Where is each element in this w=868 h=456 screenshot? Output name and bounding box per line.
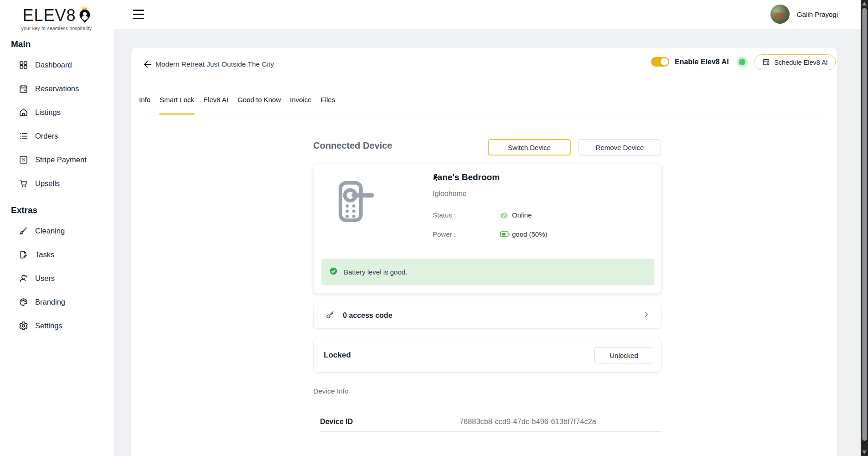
brand-pin-icon <box>78 5 92 26</box>
device-card: Jane's Bedroom Igloohome Status : Online… <box>313 164 661 294</box>
hamburger-menu-icon[interactable] <box>133 10 144 19</box>
user-name: Galih Prayogi <box>797 10 838 18</box>
calendar-icon <box>18 83 28 93</box>
cloud-online-icon <box>500 211 512 219</box>
scrollbar-down-arrow[interactable] <box>862 451 867 454</box>
scrollbar-thumb[interactable] <box>862 8 867 441</box>
avatar <box>770 5 790 24</box>
check-circle-icon <box>330 267 337 277</box>
sidebar-item-cleaning[interactable]: Cleaning <box>0 219 114 243</box>
svg-text:S: S <box>21 157 25 162</box>
access-code-row[interactable]: 0 access code <box>313 302 661 329</box>
ai-status-dot <box>739 59 745 65</box>
smart-lock-icon <box>334 181 377 224</box>
topbar: Galih Prayogi <box>114 0 861 29</box>
unlock-button[interactable]: Unlocked <box>594 347 653 363</box>
page-scrollbar[interactable] <box>861 0 868 456</box>
dashboard-icon <box>18 60 28 70</box>
sidebar-item-settings[interactable]: Settings <box>0 314 114 337</box>
sidebar-item-label: Dashboard <box>35 61 72 69</box>
key-icon <box>326 310 335 321</box>
brand-name: ELEV8 <box>22 6 76 25</box>
sidebar-item-orders[interactable]: Orders <box>0 124 114 148</box>
connected-device-title: Connected Device <box>313 140 392 151</box>
calendar-icon <box>762 58 770 67</box>
sidebar: ELEV8 your key to seamless hospitality. … <box>0 0 114 456</box>
tab-files[interactable]: Files <box>320 95 336 105</box>
sidebar-item-label: Tasks <box>35 250 54 259</box>
cart-icon <box>18 178 28 188</box>
switch-device-button[interactable]: Switch Device <box>488 139 571 155</box>
user-plus-icon <box>18 273 28 283</box>
battery-icon <box>500 231 512 237</box>
listing-tabs: Info Smart Lock Elev8 AI Good to Know In… <box>139 95 336 105</box>
power-label: Power : <box>433 230 500 238</box>
tab-info[interactable]: Info <box>139 95 151 105</box>
user-menu[interactable]: Galih Prayogi <box>770 5 838 24</box>
stripe-icon: S <box>18 155 28 165</box>
remove-device-button[interactable]: Remove Device <box>579 139 661 155</box>
sidebar-item-label: Reservations <box>35 84 79 93</box>
enable-elev8-ai-label: Enable Elev8 AI <box>675 58 729 66</box>
sidebar-item-upsells[interactable]: Upsells <box>0 171 114 195</box>
sidebar-item-users[interactable]: Users <box>0 266 114 290</box>
sidebar-item-branding[interactable]: Branding <box>0 290 114 314</box>
sidebar-item-stripe-payment[interactable]: S Stripe Payment <box>0 148 114 171</box>
sidebar-item-label: Upsells <box>35 179 60 188</box>
page-title: Modern Retreat Just Outside The City <box>155 60 274 68</box>
sidebar-item-label: Listings <box>35 108 61 117</box>
palette-icon <box>18 297 28 307</box>
lock-state-label: Locked <box>324 351 594 360</box>
power-value: good (50%) <box>512 230 548 238</box>
listing-detail-card: Modern Retreat Just Outside The City Ena… <box>131 48 837 456</box>
sidebar-item-dashboard[interactable]: Dashboard <box>0 53 114 77</box>
back-button[interactable] <box>141 58 154 71</box>
sidebar-item-label: Users <box>35 274 55 283</box>
enable-elev8-ai-toggle[interactable] <box>651 57 669 67</box>
battery-alert: Battery level is good. <box>321 259 654 285</box>
chevron-right-icon <box>642 311 650 321</box>
access-code-label: 0 access code <box>343 311 634 320</box>
sidebar-item-label: Branding <box>35 298 65 306</box>
sidebar-item-reservations[interactable]: Reservations <box>0 77 114 100</box>
tab-smart-lock[interactable]: Smart Lock <box>159 95 195 105</box>
sidebar-item-listings[interactable]: Listings <box>0 100 114 124</box>
tab-invoice[interactable]: Invoice <box>289 95 312 105</box>
sidebar-item-label: Stripe Payment <box>35 155 87 164</box>
sidebar-section-main: Main <box>11 39 114 49</box>
device-id-label: Device ID <box>320 418 460 426</box>
sidebar-item-tasks[interactable]: Tasks <box>0 243 114 266</box>
sidebar-section-extras: Extras <box>11 205 114 215</box>
battery-alert-text: Battery level is good. <box>344 268 407 276</box>
gear-icon <box>18 321 28 331</box>
home-icon <box>18 107 28 117</box>
sidebar-item-label: Cleaning <box>35 227 65 235</box>
device-brand: Igloohome <box>433 190 467 198</box>
broom-icon <box>18 226 28 236</box>
tab-elev8-ai[interactable]: Elev8 AI <box>203 95 229 105</box>
scrollbar-up-arrow[interactable] <box>862 2 867 5</box>
device-name: Jane's Bedroom <box>433 172 500 182</box>
task-icon <box>18 249 28 259</box>
brand-tagline: your key to seamless hospitality. <box>0 26 114 31</box>
status-value: Online <box>512 211 532 219</box>
tab-good-to-know[interactable]: Good to Know <box>237 95 281 105</box>
device-info-title: Device Info <box>313 387 349 395</box>
list-icon <box>18 131 28 141</box>
lock-state-row: Locked Unlocked <box>313 338 661 373</box>
brand-logo: ELEV8 your key to seamless hospitality. <box>0 0 114 31</box>
sidebar-item-label: Settings <box>35 321 62 330</box>
status-label: Status : <box>433 211 500 219</box>
device-id-row: Device ID 76883cb8-ccd9-47dc-b496-613bf7… <box>320 413 661 432</box>
tabs-divider <box>139 115 830 115</box>
sidebar-item-label: Orders <box>35 132 58 140</box>
device-id-value: 76883cb8-ccd9-47dc-b496-613bf7f74c2a <box>460 418 596 426</box>
schedule-elev8-ai-button[interactable]: Schedule Elev8 AI <box>754 54 836 70</box>
schedule-elev8-ai-label: Schedule Elev8 AI <box>774 59 828 66</box>
